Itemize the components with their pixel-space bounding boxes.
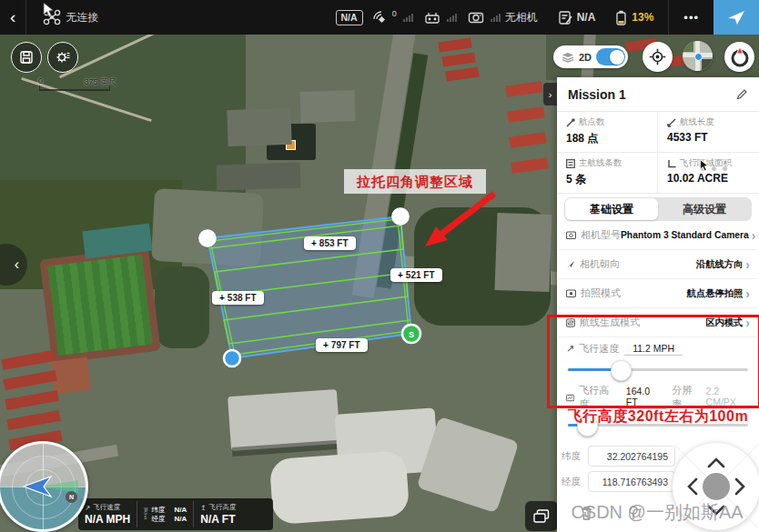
speed-slider-block: ↗飞行速度 11.2 MPH bbox=[557, 337, 759, 379]
panel-collapse-right-tab[interactable]: › bbox=[543, 83, 557, 105]
cursor-pointer-icon bbox=[42, 2, 55, 18]
compass-instrument: N bbox=[0, 441, 88, 532]
mission-clipboard-icon bbox=[558, 10, 572, 25]
move-handle-icon: + bbox=[323, 340, 329, 350]
telemetry-coords: WGS 纬度N/A 经度N/A bbox=[137, 498, 193, 530]
corner-handle[interactable] bbox=[198, 229, 217, 247]
photo-mode-icon bbox=[566, 289, 576, 297]
move-handle-icon: + bbox=[311, 238, 317, 248]
speed-icon: ↗ bbox=[85, 504, 90, 512]
scale-bar: 0375 英尺 bbox=[33, 76, 116, 91]
row-photo-mode[interactable]: 拍照模式 航点悬停拍照› bbox=[559, 279, 757, 308]
altitude-value: N/A FT bbox=[200, 513, 236, 526]
edge-distance-label-bottom[interactable]: + 797 FT bbox=[316, 338, 368, 352]
telemetry-bar: ↗飞行速度 N/A MPH WGS 纬度N/A 经度N/A ↥飞行高度 N/A … bbox=[78, 498, 273, 530]
divider bbox=[25, 0, 26, 35]
toggle-knob bbox=[610, 50, 624, 65]
row-route-mode[interactable]: 航线生成模式 区内模式› bbox=[559, 308, 757, 337]
chevron-right-icon: › bbox=[745, 316, 750, 330]
dpad-right-icon bbox=[736, 479, 744, 494]
dpad-up-icon bbox=[709, 459, 724, 467]
locate-button[interactable] bbox=[643, 42, 673, 72]
chevron-right-icon: › bbox=[745, 286, 750, 301]
corner-handle[interactable] bbox=[391, 207, 410, 226]
locate-icon bbox=[649, 48, 666, 65]
start-point-marker[interactable]: S bbox=[402, 325, 420, 343]
resolution-value: 2.2 CM/PX bbox=[702, 386, 750, 409]
stat-waypoint-count: 航点数 188 点 bbox=[557, 112, 658, 153]
route-mode-icon bbox=[566, 318, 575, 327]
dpad-left-icon bbox=[689, 479, 696, 494]
signal-bars-icon bbox=[491, 14, 501, 22]
tab-basic-settings[interactable]: 基础设置 bbox=[565, 198, 658, 220]
satellite-status: 0 bbox=[372, 10, 413, 25]
stat-route-length: 航线长度 4533 FT bbox=[658, 112, 759, 153]
camera-icon bbox=[468, 11, 484, 24]
layered-windows-icon bbox=[533, 509, 550, 523]
2d-toggle-switch[interactable] bbox=[596, 48, 625, 65]
longitude-row: 经度 118.716763493 bbox=[562, 471, 675, 492]
signal-bars-icon bbox=[447, 14, 457, 22]
takeoff-button[interactable] bbox=[713, 0, 759, 35]
stat-line-count: 主航线条数 5 条 bbox=[557, 153, 658, 194]
wgs-label: WGS bbox=[144, 508, 147, 521]
heading-pointer-icon bbox=[566, 260, 575, 269]
battery-status: 13% bbox=[615, 10, 653, 25]
compass-reset-button[interactable] bbox=[724, 42, 754, 72]
latitude-field[interactable]: 32.202764195 bbox=[588, 446, 675, 467]
view-2d-toggle[interactable]: 2D bbox=[553, 45, 628, 68]
save-button[interactable] bbox=[11, 42, 42, 73]
row-camera-model[interactable]: 相机型号 Phantom 3 Standard Camera› bbox=[559, 221, 757, 250]
layers-icon bbox=[562, 52, 574, 63]
chevron-right-icon: › bbox=[549, 89, 552, 100]
route-lines-icon bbox=[566, 159, 575, 168]
tab-advanced-settings[interactable]: 高级设置 bbox=[658, 198, 751, 220]
altitude-value-field[interactable]: 164.0 FT bbox=[618, 386, 667, 409]
edge-distance-label-left[interactable]: + 538 FT bbox=[212, 291, 264, 305]
cursor-arrow-icon bbox=[699, 159, 709, 172]
telemetry-speed: ↗飞行速度 N/A MPH bbox=[78, 498, 137, 530]
speed-value-field[interactable]: 11.2 MPH bbox=[624, 343, 683, 356]
route-length-icon bbox=[667, 118, 676, 127]
annotation-arrow bbox=[425, 194, 494, 246]
mission-title: Mission 1 bbox=[568, 87, 626, 102]
gps-mode-badge: N/A bbox=[336, 10, 363, 25]
edit-pencil-icon[interactable] bbox=[736, 88, 748, 100]
telemetry-altitude: ↥飞行高度 N/A FT bbox=[194, 498, 242, 530]
camera-icon bbox=[566, 231, 576, 239]
corner-handle-active[interactable] bbox=[224, 350, 240, 366]
map-thumbnail-button[interactable] bbox=[683, 41, 713, 71]
camera-status: 无相机 bbox=[468, 10, 538, 25]
mission-status: N/A bbox=[558, 10, 596, 25]
satellite-icon bbox=[372, 10, 388, 25]
settings-tabs: 基础设置 高级设置 bbox=[564, 197, 752, 221]
edge-distance-label-right[interactable]: + 521 FT bbox=[390, 268, 442, 282]
svg-text:S: S bbox=[409, 330, 414, 339]
airplane-icon bbox=[727, 9, 745, 25]
satellite-count: 0 bbox=[392, 9, 397, 18]
speed-slider[interactable] bbox=[568, 368, 748, 371]
speed-icon: ↗ bbox=[566, 343, 574, 355]
chevron-right-icon: › bbox=[745, 257, 750, 272]
map-settings-button[interactable] bbox=[47, 42, 78, 73]
aircraft-heading-icon bbox=[0, 444, 86, 529]
more-button[interactable]: ••• bbox=[669, 11, 713, 25]
row-camera-heading[interactable]: 相机朝向 沿航线方向› bbox=[559, 250, 757, 279]
waypoint-icon bbox=[566, 118, 575, 127]
speed-slider-thumb[interactable] bbox=[611, 360, 632, 381]
compass-north-badge: N bbox=[66, 491, 77, 503]
overlay-windows-button[interactable] bbox=[525, 501, 558, 531]
thumb-location-dot bbox=[694, 53, 703, 61]
rc-icon bbox=[424, 11, 440, 25]
watermark: CSDN @一别如斯AA bbox=[555, 500, 759, 525]
battery-icon bbox=[615, 10, 627, 25]
back-button[interactable]: ‹ bbox=[0, 7, 25, 27]
edge-distance-label-top[interactable]: + 853 FT bbox=[304, 236, 356, 250]
rc-status bbox=[424, 11, 457, 25]
move-handle-icon: + bbox=[219, 293, 225, 303]
2d-label: 2D bbox=[579, 52, 592, 63]
longitude-field[interactable]: 118.716763493 bbox=[588, 471, 675, 492]
battery-percent: 13% bbox=[632, 11, 653, 24]
compass-icon bbox=[728, 45, 752, 69]
altitude-icon: ↥ bbox=[200, 504, 206, 512]
